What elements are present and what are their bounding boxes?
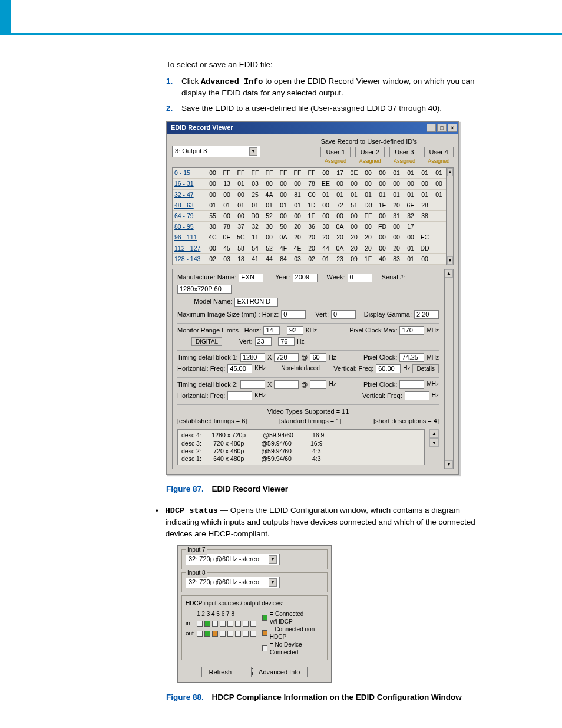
dropdown-arrow-icon: ▼ [249, 147, 257, 156]
tb2-vfreq[interactable] [405, 391, 429, 400]
desc-scroll-down-icon[interactable]: ▼ [429, 439, 439, 447]
hex-cell: 00 [432, 179, 446, 189]
week-field[interactable]: 0 [348, 274, 372, 282]
hex-cell: 20 [290, 232, 305, 242]
max-v-field[interactable]: 0 [331, 310, 356, 319]
maximize-button[interactable]: □ [437, 124, 447, 132]
tb1-rate[interactable]: 60 [310, 353, 326, 362]
figure-88-title: HDCP Compliance Information on the EDID … [212, 693, 462, 701]
range-h-max[interactable]: 92 [287, 326, 303, 335]
tb2-pclk[interactable] [399, 380, 424, 389]
hex-cell: 00 [347, 179, 361, 189]
hex-cell: FF [220, 168, 234, 178]
user-3-button[interactable]: User 3 [389, 147, 419, 157]
hex-cell: 58 [234, 243, 248, 253]
year-field[interactable]: 2009 [293, 274, 318, 282]
hex-cell: FF [234, 168, 248, 178]
hex-scrollbar[interactable]: ▲ ▼ [447, 167, 454, 265]
hex-cell: 00 [262, 232, 276, 242]
hex-cell: EE [319, 179, 333, 189]
model-name-label: Model Name: [194, 297, 232, 307]
details-button[interactable]: Details [412, 364, 439, 373]
hex-cell: D0 [248, 211, 262, 221]
hex-cell: 4A [262, 190, 276, 200]
scroll-down-icon[interactable]: ▼ [447, 256, 453, 265]
step-2-text: Save the EDID to a user-defined file (Us… [181, 103, 442, 114]
hex-cell: 20 [361, 243, 375, 253]
range-h-min[interactable]: 14 [263, 326, 280, 335]
hex-cell: 20 [389, 200, 404, 210]
tb2-hfreq[interactable] [227, 391, 252, 400]
hex-cell: 52 [262, 211, 276, 221]
hex-range: 96 - 111 [173, 232, 206, 242]
hex-cell: 00 [404, 179, 418, 189]
intro-text: To select or save an EDID file: [166, 59, 491, 71]
hex-cell: 6E [404, 200, 418, 210]
max-img-label: Maximum Image Size (mm) : Horiz: [177, 310, 279, 319]
hex-cell: 0E [347, 168, 361, 178]
user-1-button[interactable]: User 1 [320, 147, 350, 157]
hex-cell: 01 [319, 254, 333, 264]
tb1-pclk[interactable]: 74.25 [399, 353, 424, 362]
tb1-width[interactable]: 1280 [240, 353, 265, 362]
tb1-hfreq[interactable]: 45.00 [227, 364, 252, 373]
hex-cell: 01 [418, 190, 432, 200]
hex-cell: 20 [333, 232, 347, 242]
hex-cell: 00 [333, 211, 347, 221]
hex-cell: 01 [389, 168, 404, 178]
tb2-width[interactable] [240, 380, 265, 389]
hex-cell: 55 [206, 211, 220, 221]
desc-scroll-up-icon[interactable]: ▲ [429, 429, 439, 437]
range-v-min[interactable]: 23 [255, 337, 272, 346]
max-h-field[interactable]: 0 [281, 310, 306, 319]
hex-cell: 00 [389, 222, 404, 232]
hex-cell: DD [418, 243, 432, 253]
hex-cell: 84 [276, 254, 290, 264]
mfr-name-field[interactable]: EXN [239, 274, 263, 282]
pclk-max-field[interactable]: 170 [399, 326, 424, 335]
serial-field[interactable]: 1280x720P 60 [177, 285, 232, 294]
hex-cell [418, 222, 432, 232]
hex-cell: 01 [206, 200, 220, 210]
tb2-rate[interactable] [310, 380, 326, 389]
user-4-button[interactable]: User 4 [424, 147, 454, 157]
input-8-group: Input 8 32: 720p @60Hz -stereo ▼ [181, 572, 328, 592]
digital-button[interactable]: DIGITAL [191, 337, 222, 346]
minimize-button[interactable]: _ [427, 124, 436, 132]
hex-cell: 1E [305, 211, 319, 221]
hex-cell: 01 [361, 190, 375, 200]
hex-cell: 01 [333, 190, 347, 200]
tb1-height[interactable]: 720 [274, 353, 299, 362]
close-button[interactable]: × [448, 124, 457, 132]
hex-cell: 0E [220, 232, 234, 242]
hex-cell: 09 [347, 254, 361, 264]
gamma-field[interactable]: 2.20 [414, 310, 439, 319]
hex-cell: 00 [206, 179, 220, 189]
advanced-info-button[interactable]: Advanced Info [251, 667, 308, 677]
hex-cell: 01 [418, 168, 432, 178]
input-8-select[interactable]: 32: 720p @60Hz -stereo ▼ [186, 577, 280, 588]
edid-record-viewer-window: EDID Record Viewer _ □ × 3: Output 3 ▼ S… [166, 121, 459, 475]
refresh-button[interactable]: Refresh [201, 667, 240, 677]
output-select[interactable]: 3: Output 3 ▼ [172, 146, 260, 157]
step-1-num: 1. [166, 75, 176, 99]
form-scrollbar[interactable]: ▲▼ [444, 269, 454, 469]
out-leds: out [186, 630, 256, 638]
step-2-num: 2. [166, 103, 176, 114]
input-7-select[interactable]: 32: 720p @60Hz -stereo ▼ [186, 554, 280, 565]
tb2-height[interactable] [274, 380, 299, 389]
hex-cell: 01 [220, 200, 234, 210]
hex-cell: 18 [234, 254, 248, 264]
hex-cell: 01 [248, 200, 262, 210]
hex-cell: 01 [234, 200, 248, 210]
hdcp-config-window: Input 7 32: 720p @60Hz -stereo ▼ Input 8… [177, 545, 332, 683]
user-2-button[interactable]: User 2 [355, 147, 385, 157]
tb1-vfreq[interactable]: 60.00 [376, 364, 401, 373]
hex-range: 48 - 63 [173, 200, 206, 210]
range-v-max[interactable]: 76 [278, 337, 295, 346]
scroll-up-icon[interactable]: ▲ [447, 168, 453, 176]
model-name-field[interactable]: EXTRON D [234, 298, 278, 307]
hex-cell: 00 [220, 211, 234, 221]
hex-cell: 01 [262, 200, 276, 210]
hex-cell: 80 [262, 179, 276, 189]
